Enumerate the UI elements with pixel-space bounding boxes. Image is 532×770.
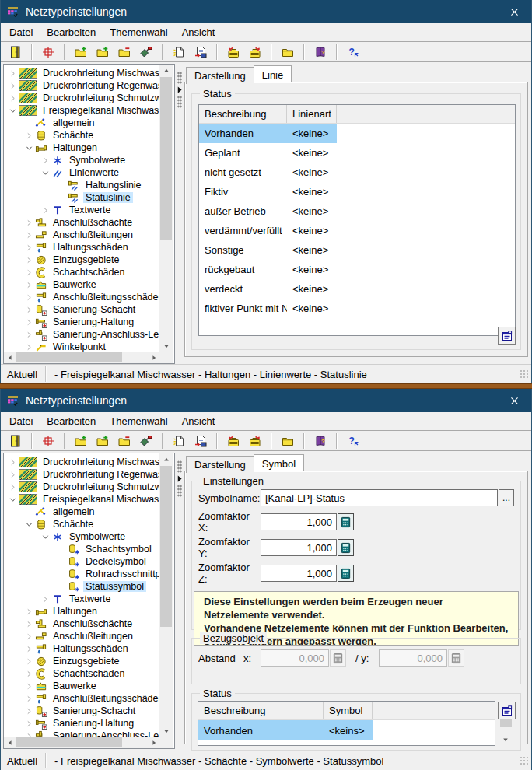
column-header-beschreibung[interactable]: Beschreibung (199, 105, 287, 123)
tree-item-anschlußleitungen[interactable]: Anschlußleitungen (4, 630, 159, 642)
toolbar-case-export-button[interactable] (245, 43, 265, 61)
tree-item-sanierung-schacht[interactable]: Sanierung-Schacht (4, 705, 159, 717)
tree-item-druckrohrleitung-schmutzwasse[interactable]: Druckrohrleitung Schmutzwasse (4, 481, 159, 493)
table-row-vorhanden[interactable]: Vorhanden<keine> (199, 124, 515, 143)
toolbar-document-new-button[interactable] (169, 43, 189, 61)
menu-item-themenwahl[interactable]: Themenwahl (103, 413, 174, 429)
scroll-down-button[interactable] (160, 340, 173, 352)
chevron-down-icon[interactable] (7, 495, 19, 504)
scroll-up-button[interactable] (160, 453, 173, 465)
chevron-right-icon[interactable] (23, 219, 35, 227)
toolbar-case-import-button[interactable] (223, 43, 243, 61)
tree-item-sanierung-anschluss-leitun[interactable]: Sanierung-Anschluss-Leitun (4, 328, 159, 341)
tree-item-bauwerke[interactable]: Bauwerke (4, 278, 159, 291)
panel-splitter[interactable] (175, 453, 184, 751)
tree-item-statuslinie[interactable]: Statuslinie (4, 191, 159, 204)
chevron-right-icon[interactable] (23, 268, 35, 277)
tree-horizontal-scrollbar[interactable] (4, 352, 159, 363)
calculator-button[interactable] (338, 565, 354, 582)
scrollbar-thumb[interactable] (160, 466, 172, 627)
tab-linie[interactable]: Linie (254, 65, 292, 82)
menu-item-ansicht[interactable]: Ansicht (175, 413, 222, 429)
tree-item-sanierung-haltung[interactable]: Sanierung-Haltung (4, 316, 159, 328)
toolbar-document-save-button[interactable] (191, 432, 211, 450)
tree-item-allgemein[interactable]: allgemein (4, 117, 159, 129)
chevron-right-icon[interactable] (7, 458, 19, 467)
toolbar-satellite-button[interactable] (136, 432, 156, 450)
tree-item-schächte[interactable]: Schächte (4, 518, 159, 530)
table-row-vorhanden[interactable]: Vorhanden<keins> (198, 720, 495, 740)
tree-item-linienwerte[interactable]: Linienwerte (4, 166, 159, 179)
toolbar-folder-closed-button[interactable] (278, 432, 298, 450)
chevron-right-icon[interactable] (23, 695, 35, 703)
chevron-right-icon[interactable] (23, 331, 35, 339)
chevron-right-icon[interactable] (23, 657, 35, 666)
tree-item-anschlußleitungsschäden[interactable]: Anschlußleitungsschäden (4, 692, 159, 705)
tree-item-druckrohrleitung-mischwasser[interactable]: Druckrohrleitung Mischwasser (4, 456, 159, 468)
chevron-right-icon[interactable] (23, 281, 35, 289)
tree-item-winkelpunkt[interactable]: Winkelpunkt (4, 341, 159, 352)
tree-item-haltungsschäden[interactable]: Haltungsschäden (4, 241, 159, 254)
titlebar[interactable]: Netztypeinstellungen (1, 0, 531, 23)
chevron-right-icon[interactable] (23, 707, 35, 716)
tree-item-schachtschäden[interactable]: Schachtschäden (4, 667, 159, 680)
titlebar[interactable]: Netztypeinstellungen (1, 389, 531, 412)
toolbar-folder-add-button[interactable] (71, 432, 91, 450)
toolbar-folder-add-alt-button[interactable] (93, 432, 113, 450)
tree-item-freispiegelkanal-mischwasser[interactable]: Freispiegelkanal Mischwasser (4, 104, 159, 117)
toolbar-folder-add-button[interactable] (71, 43, 91, 61)
tree-item-rohrachsschnittpun[interactable]: Rohrachsschnittpun (4, 568, 159, 580)
chevron-right-icon[interactable] (7, 69, 19, 78)
chevron-right-icon[interactable] (7, 471, 19, 479)
scrollbar-thumb[interactable] (160, 77, 172, 240)
menu-item-themenwahl[interactable]: Themenwahl (103, 24, 174, 40)
toolbar-satellite-button[interactable] (136, 43, 156, 61)
tab-symbol[interactable]: Symbol (254, 454, 304, 471)
zoomfaktor-x-input[interactable]: 1,000 (261, 513, 337, 530)
chevron-right-icon[interactable] (40, 156, 51, 165)
menu-item-ansicht[interactable]: Ansicht (175, 24, 222, 40)
scrollbar-thumb[interactable] (16, 737, 122, 747)
table-row-außer-betrieb[interactable]: außer Betrieb<keine> (199, 201, 515, 221)
chevron-right-icon[interactable] (23, 682, 35, 691)
table-row-sonstige[interactable]: Sonstige<keine> (199, 240, 515, 260)
tree-item-einzugsgebiete[interactable]: Einzugsgebiete (4, 254, 159, 266)
tab-darstellung[interactable]: Darstellung (186, 67, 254, 84)
table-row-verdeckt[interactable]: verdeckt<keine> (199, 279, 515, 299)
menu-item-datei[interactable]: Datei (2, 24, 40, 40)
chevron-right-icon[interactable] (23, 231, 35, 240)
tree-item-allgemein[interactable]: allgemein (4, 506, 159, 518)
toolbar-help-book-button[interactable]: ? (310, 43, 331, 61)
tree-item-haltungen[interactable]: Haltungen (4, 605, 159, 618)
close-button[interactable] (497, 389, 531, 412)
panel-splitter[interactable] (175, 64, 184, 364)
edit-table-button[interactable] (498, 702, 516, 719)
chevron-right-icon[interactable] (23, 719, 35, 728)
table-row-fiktiv[interactable]: Fiktiv<keine> (199, 182, 515, 201)
tree-item-freispiegelkanal-mischwasser[interactable]: Freispiegelkanal Mischwasser (4, 493, 159, 506)
browse-button[interactable]: ... (499, 489, 514, 506)
table-row-fiktiver-punkt-mit-numm[interactable]: fiktiver Punkt mit Numm<keine> (199, 299, 515, 318)
tree-item-textwerte[interactable]: Textwerte (4, 593, 159, 605)
edit-table-button[interactable] (498, 327, 516, 345)
tree-item-druckrohrleitung-mischwasser[interactable]: Druckrohrleitung Mischwasser (4, 67, 159, 79)
tree-item-druckrohrleitung-regenwasser[interactable]: Druckrohrleitung Regenwasser (4, 468, 159, 481)
tree-item-schachtsymbol[interactable]: Schachtsymbol (4, 543, 159, 555)
symbolname-input[interactable]: [Kanal-LP]-Status (261, 489, 498, 506)
tree-item-haltungslinie[interactable]: Haltungslinie (4, 179, 159, 191)
chevron-right-icon[interactable] (40, 595, 51, 604)
chevron-right-icon[interactable] (23, 343, 35, 352)
toolbar-folder-closed-button[interactable] (278, 43, 298, 61)
toolbar-context-help-button[interactable]: ? (343, 43, 363, 61)
calculator-button[interactable] (338, 513, 354, 530)
table-row-verdämmt-verfüllt[interactable]: verdämmt/verfüllt<keine> (199, 221, 515, 240)
scroll-left-button[interactable] (4, 737, 16, 748)
toolbar-context-help-button[interactable]: ? (343, 432, 363, 450)
tree-item-anschlußleitungsschäden[interactable]: Anschlußleitungsschäden (4, 291, 159, 303)
toolbar-grid-crosshair-button[interactable] (38, 43, 58, 61)
chevron-right-icon[interactable] (23, 607, 35, 616)
scroll-down-button[interactable] (499, 734, 512, 745)
tree-item-sanierung-schacht[interactable]: Sanierung-Schacht (4, 303, 159, 316)
zoomfaktor-y-input[interactable]: 1,000 (261, 539, 337, 556)
calculator-button[interactable] (338, 539, 354, 556)
